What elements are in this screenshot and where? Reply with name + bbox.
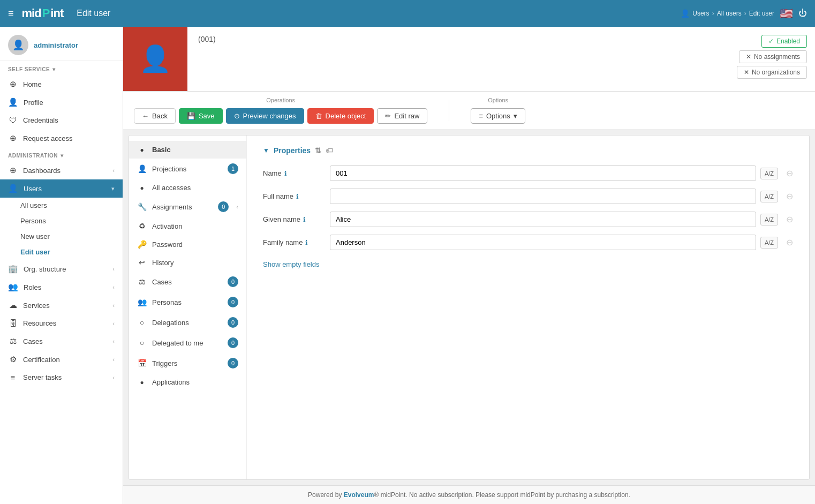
- sidebar-subitem-allusers[interactable]: All users: [0, 198, 123, 213]
- panel-item-basic[interactable]: ● Basic: [129, 141, 246, 159]
- panel-item-personas[interactable]: 👥 Personas 0: [129, 292, 246, 312]
- options-icon: ≡: [479, 112, 483, 120]
- panel-item-projections[interactable]: 👤 Projections 1: [129, 159, 246, 179]
- panel-item-applications[interactable]: ● Applications: [129, 373, 246, 391]
- cases-badge: 0: [228, 276, 238, 287]
- sidebar-item-dashboards[interactable]: ⊕ Dashboards ‹: [0, 161, 123, 179]
- language-flag[interactable]: 🇺🇸: [780, 7, 793, 20]
- footer-brand-link[interactable]: Evolveum: [344, 491, 374, 499]
- panel-item-delegations[interactable]: ○ Delegations 0: [129, 312, 246, 333]
- sidebar-item-credentials[interactable]: 🛡 Credentials: [0, 111, 123, 129]
- operations-buttons: ← Back 💾 Save ⊙ Preview changes 🗑 Delete…: [134, 108, 427, 124]
- panel-item-history[interactable]: ↩ History: [129, 253, 246, 272]
- panel-item-cases[interactable]: ⚖ Cases 0: [129, 272, 246, 292]
- input-given-name[interactable]: [330, 212, 756, 227]
- sidebar-subitem-edituser[interactable]: Edit user: [0, 244, 123, 260]
- cases-icon: ⚖: [8, 336, 18, 346]
- panel-item-triggers[interactable]: 📅 Triggers 0: [129, 353, 246, 373]
- sidebar-item-requestaccess[interactable]: ⊕ Request access: [0, 129, 123, 147]
- lang-btn-3[interactable]: A/Z: [760, 237, 778, 249]
- options-button[interactable]: ≡ Options ▾: [471, 108, 525, 124]
- input-family-name[interactable]: [330, 235, 756, 250]
- remove-btn-3[interactable]: ⊖: [786, 237, 793, 247]
- request-icon: ⊕: [8, 133, 18, 143]
- badge-noorg: ✕ No organizations: [737, 66, 807, 79]
- users-icon: 👤: [8, 184, 18, 193]
- props-tag-icon[interactable]: 🏷: [326, 146, 333, 155]
- sidebar-item-roles[interactable]: 👥 Roles ‹: [0, 278, 123, 296]
- field-label-1: Full name ℹ: [263, 192, 322, 200]
- badge-noassign: ✕ No assignments: [739, 50, 807, 63]
- user-avatar: 👤: [123, 27, 187, 91]
- props-sort-icon[interactable]: ⇅: [315, 146, 321, 155]
- props-collapse-icon[interactable]: ▼: [263, 147, 269, 154]
- assignments-icon: 🔧: [137, 202, 147, 211]
- operations-bar: Operations ← Back 💾 Save ⊙ Preview chang…: [123, 92, 815, 130]
- menu-icon[interactable]: ≡: [8, 8, 14, 19]
- sidebar-item-servertasks[interactable]: ≡ Server tasks ‹: [0, 368, 123, 386]
- sidebar-subitem-newuser[interactable]: New user: [0, 229, 123, 244]
- options-label: Options: [488, 97, 508, 103]
- lang-btn-0[interactable]: A/Z: [760, 168, 778, 179]
- footer-suffix: ® midPoint.: [374, 491, 407, 499]
- sidebar-item-home[interactable]: ⊕ Home: [0, 75, 123, 93]
- sidebar-subitem-persons[interactable]: Persons: [0, 213, 123, 229]
- form-row-family-name: Family name ℹA/Z⊖: [263, 235, 793, 250]
- certification-arrow: ‹: [112, 356, 115, 363]
- sidebar-username[interactable]: administrator: [34, 41, 78, 49]
- info-icon-0[interactable]: ℹ: [284, 170, 287, 177]
- sidebar-item-profile[interactable]: 👤 Profile: [0, 93, 123, 111]
- input-full-name[interactable]: [330, 189, 756, 204]
- field-label-3: Family name ℹ: [263, 238, 322, 246]
- power-icon[interactable]: ⏻: [798, 9, 807, 18]
- certification-icon: ⚙: [8, 355, 18, 364]
- options-buttons: ≡ Options ▾: [471, 108, 525, 124]
- user-breadcrumb-icon: 👤: [681, 9, 690, 18]
- delegatedtome-icon: ○: [137, 338, 147, 347]
- back-button[interactable]: ← Back: [134, 108, 176, 124]
- user-header: 👤 (001) ✓ Enabled ✕ No assignments ✕ No …: [123, 27, 815, 92]
- input-wrap-3: A/Z: [330, 235, 778, 250]
- triggers-badge: 0: [228, 358, 238, 368]
- sidebar-item-orgstructure[interactable]: 🏢 Org. structure ‹: [0, 260, 123, 278]
- remove-btn-1[interactable]: ⊖: [786, 191, 793, 201]
- input-wrap-0: A/Z: [330, 166, 778, 181]
- panel-item-password[interactable]: 🔑 Password: [129, 235, 246, 253]
- resources-arrow: ‹: [112, 320, 115, 327]
- lang-btn-1[interactable]: A/Z: [760, 191, 778, 202]
- delete-button[interactable]: 🗑 Delete object: [307, 108, 374, 124]
- delegatedtome-badge: 0: [228, 337, 238, 348]
- panel-item-allaccesses[interactable]: ● All accesses: [129, 179, 246, 197]
- save-button[interactable]: 💾 Save: [179, 108, 223, 124]
- sidebar-item-users[interactable]: 👤 Users ▾: [0, 179, 123, 198]
- info-icon-1[interactable]: ℹ: [296, 193, 299, 200]
- remove-btn-2[interactable]: ⊖: [786, 214, 793, 224]
- badge-noassign-icon: ✕: [746, 53, 751, 61]
- editraw-icon: ✏: [385, 112, 391, 120]
- breadcrumb-users[interactable]: Users: [692, 10, 709, 17]
- sidebar: 👤 administrator SELF SERVICE ▾ ⊕ Home 👤 …: [0, 27, 123, 504]
- panel-item-delegatedtome[interactable]: ○ Delegated to me 0: [129, 333, 246, 353]
- panel-item-assignments[interactable]: 🔧 Assignments 0 ‹: [129, 197, 246, 217]
- info-icon-3[interactable]: ℹ: [305, 239, 308, 246]
- sidebar-item-resources[interactable]: 🗄 Resources ‹: [0, 314, 123, 332]
- sidebar-item-cases[interactable]: ⚖ Cases ‹: [0, 332, 123, 350]
- preview-button[interactable]: ⊙ Preview changes: [226, 108, 304, 124]
- preview-icon: ⊙: [234, 112, 240, 120]
- info-icon-2[interactable]: ℹ: [303, 216, 306, 223]
- show-empty-fields-link[interactable]: Show empty fields: [263, 260, 320, 268]
- badge-enabled-icon: ✓: [768, 37, 774, 45]
- lang-btn-2[interactable]: A/Z: [760, 214, 778, 225]
- sidebar-item-certification[interactable]: ⚙ Certification ‹: [0, 350, 123, 368]
- breadcrumb-allusers[interactable]: All users: [717, 10, 742, 17]
- sidebar-user-section: 👤 administrator: [0, 27, 123, 61]
- dashboards-arrow: ‹: [112, 167, 115, 174]
- page-title: Edit user: [77, 9, 110, 18]
- panel-item-activation[interactable]: ♻ Activation: [129, 217, 246, 235]
- footer-message: No active subscription. Please support m…: [408, 491, 630, 499]
- editraw-button[interactable]: ✏ Edit raw: [377, 108, 427, 124]
- input-name[interactable]: [330, 166, 756, 181]
- remove-btn-0[interactable]: ⊖: [786, 168, 793, 178]
- self-service-header: SELF SERVICE ▾: [0, 61, 123, 75]
- sidebar-item-services[interactable]: ☁ Services ‹: [0, 296, 123, 314]
